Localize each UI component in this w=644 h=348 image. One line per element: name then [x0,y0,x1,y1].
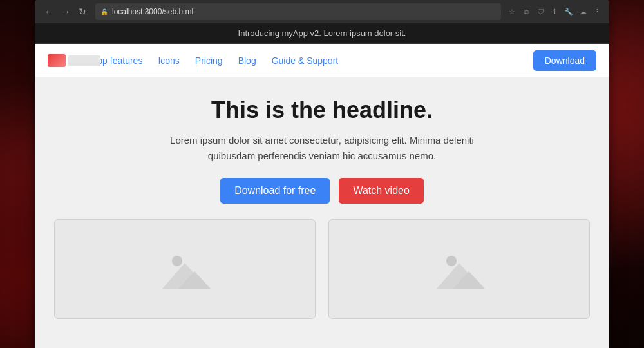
forward-button[interactable]: → [58,4,73,19]
nav-pricing[interactable]: Pricing [195,55,223,66]
nav-guide-support[interactable]: Guide & Support [272,55,339,66]
image-placeholder-2 [328,219,590,319]
lock-icon: 🔒 [100,8,108,15]
hero-headline: This is the headline. [211,97,433,124]
hero-subtext: Lorem ipsum dolor sit amet consectetur, … [148,133,496,164]
address-bar[interactable]: 🔒 localhost:3000/seb.html [95,3,501,20]
logo-icon [48,54,66,67]
nav-blog[interactable]: Blog [238,55,256,66]
info-icon[interactable]: ℹ [549,6,560,17]
layers-icon[interactable]: ⧉ [520,6,532,17]
star-icon[interactable]: ☆ [506,6,518,17]
image-row [48,219,596,319]
browser-toolbar: ← → ↻ 🔒 localhost:3000/seb.html ☆ ⧉ 🛡 ℹ … [35,0,609,23]
logo [48,54,66,67]
image-placeholder-1 [54,219,316,319]
watch-video-button[interactable]: Watch video [339,178,423,204]
navbar: App features Icons Pricing Blog Guide & … [35,44,609,77]
nav-buttons: ← → ↻ [41,4,90,19]
hero-section: This is the headline. Lorem ipsum dolor … [35,77,609,348]
browser-icons: ☆ ⧉ 🛡 ℹ 🔧 ☁ ⋮ [506,6,603,17]
url-text: localhost:3000/seb.html [112,7,193,16]
nav-icons[interactable]: Icons [158,55,179,66]
hero-buttons: Download for free Watch video [220,178,424,204]
browser-window: ← → ↻ 🔒 localhost:3000/seb.html ☆ ⧉ 🛡 ℹ … [35,0,609,348]
svg-point-0 [172,256,182,266]
extension-icon[interactable]: 🔧 [563,6,574,17]
nav-links: App features Icons Pricing Blog Guide & … [91,55,533,66]
shield-icon[interactable]: 🛡 [535,6,546,17]
announcement-bar: Introducing myApp v2. Lorem ipsum dolor … [35,23,609,44]
reload-button[interactable]: ↻ [75,4,90,19]
sync-icon[interactable]: ☁ [577,6,589,17]
website-content: Introducing myApp v2. Lorem ipsum dolor … [35,23,609,348]
announcement-link[interactable]: Lorem ipsum dolor sit. [324,28,406,38]
navbar-download-button[interactable]: Download [533,50,596,71]
placeholder-image-icon-1 [159,247,211,292]
announcement-intro: Introducing myApp v2. [238,28,321,38]
download-free-button[interactable]: Download for free [220,178,330,204]
svg-point-3 [446,256,457,266]
menu-icon[interactable]: ⋮ [591,6,603,17]
back-button[interactable]: ← [41,4,57,19]
placeholder-image-icon-2 [433,247,485,292]
